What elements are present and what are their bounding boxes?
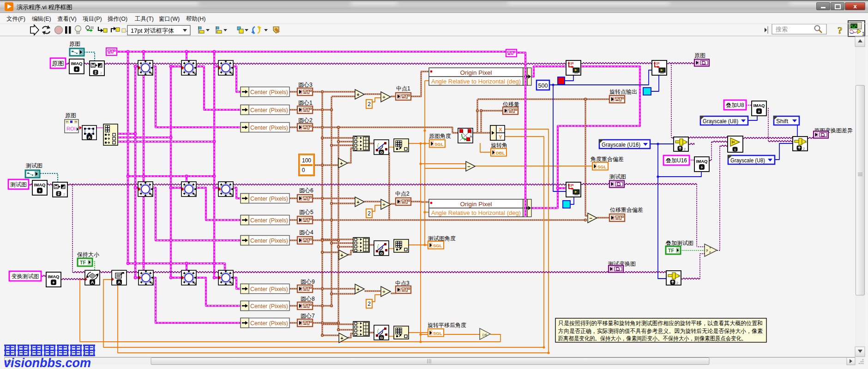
svg-text:?: ? bbox=[838, 25, 843, 36]
svg-text:17pt 对话框字体: 17pt 对话框字体 bbox=[131, 27, 174, 34]
svg-text:1: 1 bbox=[862, 31, 865, 36]
svg-text:搜索: 搜索 bbox=[775, 26, 788, 33]
